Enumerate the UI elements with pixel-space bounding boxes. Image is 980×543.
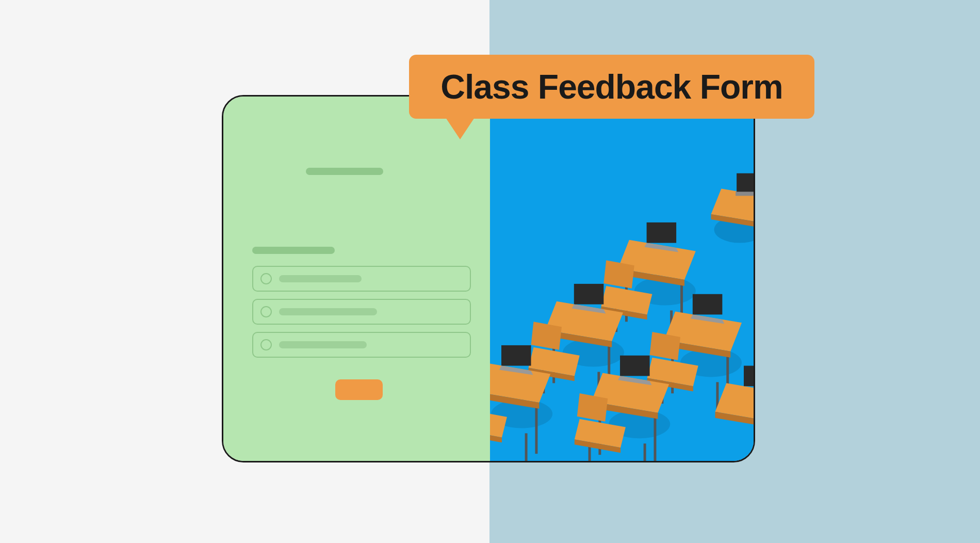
- svg-rect-56: [654, 418, 656, 461]
- svg-rect-39: [501, 345, 531, 366]
- question-label-placeholder: [252, 247, 335, 254]
- radio-option[interactable]: [252, 266, 471, 292]
- callout-pointer-icon: [446, 118, 475, 139]
- radio-icon: [260, 273, 272, 284]
- submit-button[interactable]: [335, 379, 383, 400]
- radio-option[interactable]: [252, 299, 471, 325]
- svg-rect-10: [736, 191, 755, 196]
- classroom-image: [490, 97, 755, 461]
- svg-rect-58: [644, 443, 646, 461]
- form-title-placeholder: [306, 168, 383, 175]
- form-card: [222, 95, 755, 462]
- callout-title: Class Feedback Form: [440, 67, 782, 106]
- svg-rect-9: [737, 173, 755, 193]
- svg-rect-68: [744, 366, 755, 387]
- svg-rect-17: [647, 222, 677, 243]
- svg-rect-36: [525, 433, 528, 461]
- option-text-placeholder: [279, 341, 367, 348]
- radio-icon: [260, 306, 272, 317]
- radio-icon: [260, 339, 272, 350]
- option-text-placeholder: [279, 275, 362, 282]
- title-callout: Class Feedback Form: [409, 55, 814, 119]
- svg-rect-34: [535, 408, 537, 454]
- radio-option[interactable]: [252, 332, 471, 358]
- svg-rect-61: [620, 356, 650, 376]
- svg-rect-50: [693, 294, 723, 315]
- form-panel: [223, 97, 490, 461]
- option-text-placeholder: [279, 308, 377, 315]
- svg-rect-28: [574, 284, 604, 305]
